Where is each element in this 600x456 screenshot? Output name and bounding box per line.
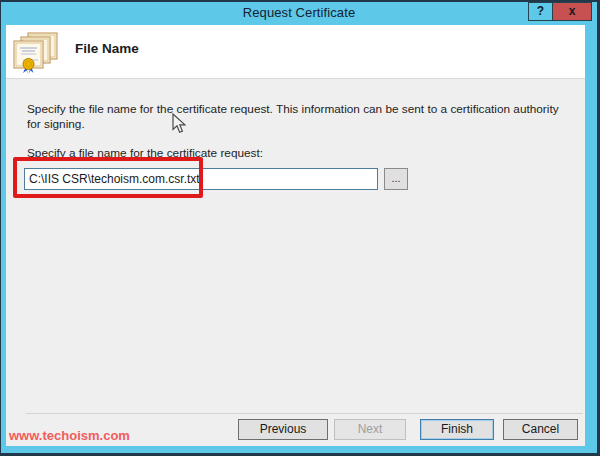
file-name-label: Specify a file name for the certificate … bbox=[27, 146, 263, 160]
cancel-button[interactable]: Cancel bbox=[503, 419, 578, 440]
description-text: Specify the file name for the certificat… bbox=[27, 102, 564, 132]
mouse-cursor-icon bbox=[172, 113, 186, 134]
dialog-content: File Name Specify the file name for the … bbox=[6, 25, 585, 446]
next-button: Next bbox=[334, 419, 406, 440]
close-button[interactable]: x bbox=[552, 2, 592, 21]
help-button[interactable]: ? bbox=[528, 2, 553, 21]
finish-button[interactable]: Finish bbox=[420, 419, 494, 440]
file-name-input[interactable] bbox=[24, 168, 378, 190]
browse-button[interactable]: ... bbox=[384, 168, 408, 190]
request-certificate-dialog: Request Certificate ? x bbox=[0, 0, 600, 456]
titlebar[interactable]: Request Certificate ? x bbox=[1, 2, 597, 25]
window-title: Request Certificate bbox=[1, 5, 597, 20]
certificates-icon bbox=[12, 32, 60, 74]
footer-separator bbox=[26, 413, 583, 414]
previous-button[interactable]: Previous bbox=[238, 419, 328, 440]
wizard-header: File Name bbox=[6, 25, 585, 79]
page-title: File Name bbox=[75, 41, 139, 56]
watermark-text: www.techoism.com bbox=[9, 428, 130, 443]
